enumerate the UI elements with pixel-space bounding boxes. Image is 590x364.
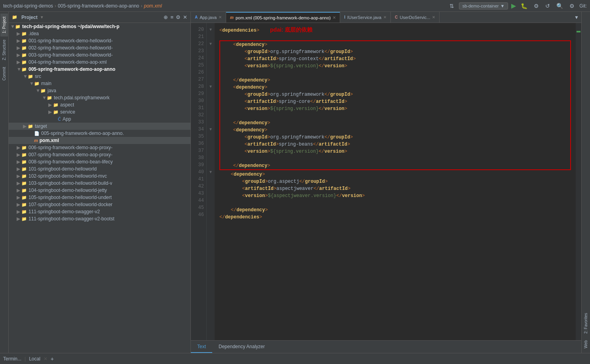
tab-userdoservice-close[interactable]: ✕	[432, 15, 435, 19]
debug-button[interactable]: 🐛	[519, 2, 529, 10]
tree-item-003[interactable]: ▶ 📁 003-spring-framework-demo-helloworld…	[9, 51, 190, 59]
line-num-27: 27	[191, 76, 206, 83]
tree-arrow-008[interactable]: ▶	[17, 159, 21, 165]
terminal-add-button[interactable]: +	[51, 356, 54, 362]
sidebar-item-commit[interactable]: Commit	[0, 64, 8, 83]
code-area[interactable]: <dependencies> pdai: 底层的依赖 <dependency> …	[215, 23, 576, 340]
tree-arrow-target[interactable]: ▶	[23, 123, 28, 129]
right-scrollbar[interactable]	[576, 23, 581, 340]
tree-folder-target-icon: 📁	[28, 124, 33, 129]
tree-arrow-006[interactable]: ▶	[17, 145, 21, 150]
tree-arrow-107[interactable]: ▶	[17, 202, 21, 207]
panel-icon-collapse[interactable]: ≡	[170, 14, 173, 20]
tree-item-006[interactable]: ▶ 📁 006-spring-framework-demo-aop-proxy-	[9, 144, 190, 151]
tab-pom-close[interactable]: ✕	[333, 15, 336, 20]
code-line-21	[219, 33, 571, 40]
tree-item-pomxml[interactable]: ▶ m pom.xml	[9, 137, 190, 144]
tree-item-107[interactable]: ▶ 📁 107-springboot-demo-helloworld-docke…	[9, 201, 190, 208]
tree-item-001[interactable]: ▶ 📁 001-spring-framework-demo-helloworld…	[9, 37, 190, 44]
tree-arrow-005[interactable]: ▼	[17, 66, 21, 72]
tree-arrow-004[interactable]: ▶	[17, 59, 21, 65]
project-dropdown-arrow[interactable]: ▼	[40, 15, 44, 19]
tree-item-105[interactable]: ▶ 📁 105-springboot-demo-helloworld-under…	[9, 194, 190, 201]
annotation-label: pdai: 底层的依赖	[270, 27, 312, 33]
tab-app-java[interactable]: A App.java ✕	[191, 12, 226, 23]
tab-pom-xml[interactable]: m pom.xml (005-spring-framework-demo-aop…	[226, 12, 340, 23]
tree-item-007[interactable]: ▶ 📁 007-spring-framework-demo-aop-proxy-	[9, 151, 190, 158]
tree-arrow-root[interactable]: ▼	[10, 24, 15, 29]
tree-arrow-idea[interactable]: ▶	[17, 31, 21, 36]
build-button[interactable]: ↺	[544, 2, 552, 10]
panel-icon-close[interactable]: ✕	[183, 14, 187, 20]
tree-item-java[interactable]: ▼ 📁 java	[9, 87, 190, 94]
tree-item-008[interactable]: ▶ 📁 008-spring-framework-demo-bean-lifec…	[9, 158, 190, 165]
run-button[interactable]: ▶	[511, 2, 516, 9]
tree-item-pkg[interactable]: ▼ 📁 tech.pdai.springframework	[9, 94, 190, 101]
settings-icon[interactable]: ⚙	[568, 2, 576, 10]
code-line-33: </dependency>	[222, 119, 569, 127]
tree-item-idea[interactable]: ▶ 📁 .idea	[9, 30, 190, 37]
tree-item-src[interactable]: ▼ 📁 src	[9, 73, 190, 80]
panel-icon-locate[interactable]: ⊕	[164, 14, 168, 20]
tree-item-service[interactable]: ▶ 📁 service	[9, 108, 190, 116]
breadcrumb-module[interactable]: 005-spring-framework-demo-aop-anno	[58, 3, 139, 9]
tree-arrow-java[interactable]: ▼	[36, 88, 40, 93]
sidebar-item-project[interactable]: 1: Project	[0, 13, 8, 36]
tree-arrow-104[interactable]: ▶	[17, 188, 21, 193]
code-line-46: </dependencies>	[219, 214, 571, 221]
tree-arrow-111b[interactable]: ▶	[17, 216, 21, 222]
tree-arrow-aspect[interactable]: ▶	[48, 102, 53, 108]
vcs-icon[interactable]: ⇅	[448, 2, 456, 10]
bottom-tab-text[interactable]: Text	[191, 341, 212, 353]
run-config-selector[interactable]: sb-demo-container ▼	[459, 2, 508, 9]
tree-item-111a[interactable]: ▶ 📁 111-springboot-demo-swagger-v2	[9, 208, 190, 215]
breadcrumb-root[interactable]: tech-pdai-spring-demos	[3, 3, 53, 9]
tree-item-002[interactable]: ▶ 📁 002-spring-framework-demo-helloworld…	[9, 44, 190, 51]
gutter-31	[207, 104, 215, 112]
sidebar-item-web[interactable]: Web	[582, 337, 590, 351]
tree-item-aspect[interactable]: ▶ 📁 aspect	[9, 101, 190, 108]
coverage-button[interactable]: ⚙	[532, 2, 541, 10]
tree-item-004[interactable]: ▶ 📁 004-spring-framework-demo-aop-xml	[9, 59, 190, 66]
tree-arrow-007[interactable]: ▶	[17, 152, 21, 157]
tree-item-101[interactable]: ▶ 📁 101-springboot-demo-helloworld	[9, 165, 190, 173]
tree-arrow-main[interactable]: ▼	[29, 81, 34, 86]
tree-item-main[interactable]: ▼ 📁 main	[9, 80, 190, 87]
tree-item-111b[interactable]: ▶ 📁 111-springboot-demo-swagger-v2-boots…	[9, 215, 190, 222]
tree-arrow-pkg[interactable]: ▼	[42, 95, 47, 100]
tree-item-104[interactable]: ▶ 📁 104-springboot-demo-helloworld-jetty	[9, 187, 190, 194]
terminal-local[interactable]: Local	[29, 356, 40, 362]
tree-item-target[interactable]: ▶ 📁 target	[9, 123, 190, 130]
sidebar-item-favorites[interactable]: 2: Favorites	[582, 310, 590, 337]
sidebar-item-structure[interactable]: Z: Structure	[0, 36, 8, 63]
tab-iuserservice-close[interactable]: ✕	[383, 15, 386, 19]
tab-iuserservice[interactable]: I IUserService.java ✕	[340, 12, 391, 23]
breadcrumb-file[interactable]: pom.xml	[144, 3, 162, 9]
tree-item-root[interactable]: ▼ 📁 tech-pdai-spring-demos ~/pdai/www/te…	[9, 23, 190, 30]
tree-arrow-105[interactable]: ▶	[17, 195, 21, 200]
tree-arrow-002[interactable]: ▶	[17, 45, 21, 51]
line-num-30: 30	[191, 97, 206, 104]
tree-arrow-101[interactable]: ▶	[17, 166, 21, 172]
bottom-tab-dependency[interactable]: Dependency Analyzer	[212, 341, 271, 353]
tab-app-close[interactable]: ✕	[219, 15, 222, 19]
terminal-label[interactable]: Termin...	[3, 356, 21, 362]
tree-label-pkg: tech.pdai.springframework	[54, 95, 110, 100]
tree-arrow-102[interactable]: ▶	[17, 173, 21, 179]
tree-arrow-service[interactable]: ▶	[48, 109, 53, 115]
tab-userdoservice[interactable]: C UserDoServic... ✕	[391, 12, 440, 23]
tree-item-005[interactable]: ▼ 📁 005-spring-framework-demo-aop-anno	[9, 66, 190, 73]
tree-arrow-src[interactable]: ▼	[23, 74, 28, 79]
tree-arrow-003[interactable]: ▶	[17, 52, 21, 58]
gutter-30	[207, 97, 215, 104]
tree-arrow-111a[interactable]: ▶	[17, 209, 21, 214]
tree-item-iml[interactable]: ▶ 📄 005-spring-framework-demo-aop-anno.	[9, 130, 190, 137]
tree-arrow-001[interactable]: ▶	[17, 38, 21, 44]
tab-overflow-button[interactable]: ▼	[572, 12, 581, 23]
tree-arrow-103[interactable]: ▶	[17, 180, 21, 186]
search-icon[interactable]: 🔍	[555, 2, 565, 10]
tree-item-103[interactable]: ▶ 📁 103-springboot-demo-helloworld-build…	[9, 180, 190, 187]
tree-item-102[interactable]: ▶ 📁 102-springboot-demo-helloworld-mvc	[9, 173, 190, 180]
tree-item-app[interactable]: ▶ C̈ App	[9, 116, 190, 123]
panel-icon-settings[interactable]: ⚙	[176, 14, 181, 20]
